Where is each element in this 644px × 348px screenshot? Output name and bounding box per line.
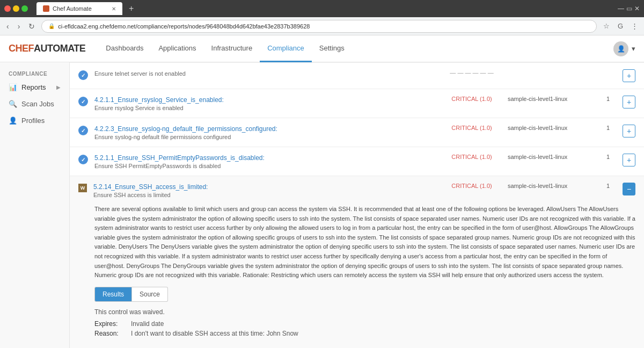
tab-bar-5214: Results Source: [94, 287, 635, 302]
address-bar-row: ‹ › ↻ 🔒 ci-efldcaa2.eng.chefdemo.net/com…: [0, 17, 644, 35]
window-minimize-icon[interactable]: —: [618, 5, 624, 12]
user-menu[interactable]: 👤 ▾: [613, 41, 635, 56]
sidebar-section-label: COMPLIANCE: [0, 67, 69, 79]
browser-chrome: Chef Automate ✕ + — ▭ ✕: [0, 0, 644, 17]
control-profile-4211: sample-cis-level1-linux: [508, 96, 594, 102]
tab-close-icon[interactable]: ✕: [112, 6, 116, 12]
control-toggle-4211[interactable]: +: [623, 96, 635, 108]
refresh-btn[interactable]: ↻: [26, 21, 37, 32]
window-close-icon[interactable]: ✕: [634, 5, 640, 12]
reason-row: Reason: I don't want to disable SSH acce…: [94, 330, 635, 337]
control-title-4223[interactable]: 4.2.2.3_Ensure_syslog-ng_default_file_pe…: [94, 125, 277, 133]
win-close-btn[interactable]: [4, 5, 11, 12]
expanded-details-5214: There are several options available to l…: [70, 205, 644, 348]
control-row-4211: ✓ 4.2.1.1_Ensure_rsyslog_Service_is_enab…: [70, 89, 644, 118]
tab-favicon: [43, 5, 49, 12]
window-restore-icon[interactable]: ▭: [626, 5, 632, 12]
nav-applications[interactable]: Applications: [151, 35, 203, 62]
control-title-5211[interactable]: 5.2.1.1_Ensure_SSH_PermitEmptyPasswords_…: [94, 154, 265, 162]
more-btn[interactable]: ⋮: [629, 21, 640, 32]
control-row-top: ✓ Ensure telnet server is not enabled — …: [70, 62, 644, 89]
control-profile-5211: sample-cis-level1-linux: [508, 154, 594, 160]
status-icon-top: ✓: [78, 70, 88, 80]
control-toggle-5211[interactable]: +: [623, 154, 635, 166]
sidebar-item-profiles-label: Profiles: [21, 117, 45, 125]
control-profile-4223: sample-cis-level1-linux: [508, 125, 594, 131]
address-bar[interactable]: 🔒 ci-efldcaa2.eng.chefdemo.net/complianc…: [41, 20, 597, 33]
control-count-4211: 1: [600, 96, 616, 102]
control-info-4223: 4.2.2.3_Ensure_syslog-ng_default_file_pe…: [94, 125, 436, 140]
profiles-icon: 👤: [9, 117, 17, 125]
description-text-5214: There are several options available to l…: [94, 205, 635, 280]
control-severity-5214: CRITICAL (1.0): [442, 183, 501, 189]
control-title-4211[interactable]: 4.2.1.1_Ensure_rsyslog_Service_is_enable…: [94, 96, 224, 104]
bookmark-btn[interactable]: ☆: [601, 21, 612, 32]
control-count-5214: 1: [600, 183, 616, 189]
user-menu-arrow: ▾: [632, 45, 635, 53]
sidebar-item-reports-label: Reports: [21, 83, 46, 91]
extensions-btn[interactable]: G: [615, 21, 626, 32]
control-info-5211: 5.2.1.1_Ensure_SSH_PermitEmptyPasswords_…: [94, 154, 436, 169]
reports-arrow-icon: ▶: [56, 84, 61, 90]
control-toggle-5214[interactable]: −: [623, 183, 635, 195]
control-severity-5211: CRITICAL (1.0): [442, 154, 501, 160]
sidebar: COMPLIANCE 📊 Reports ▶ 🔍 Scan Jobs 👤 Pro…: [0, 62, 70, 348]
control-info-5214: 5.2.14_Ensure_SSH_access_is_limited: Ens…: [93, 183, 436, 198]
url-text: ci-efldcaa2.eng.chefdemo.net/compliance/…: [58, 23, 310, 30]
tab-source-btn[interactable]: Source: [132, 287, 168, 302]
control-count-5211: 1: [600, 154, 616, 160]
logo-chef: CHEF: [9, 43, 34, 54]
control-row-5214: W 5.2.14_Ensure_SSH_access_is_limited: E…: [70, 176, 644, 205]
app-logo: CHEF AUTOMATE: [9, 43, 85, 54]
expires-label: Expires:: [94, 320, 127, 328]
control-info-top: Ensure telnet server is not enabled: [94, 69, 436, 77]
control-row-5211: ✓ 5.2.1.1_Ensure_SSH_PermitEmptyPassword…: [70, 147, 644, 176]
control-title-5214[interactable]: 5.2.14_Ensure_SSH_access_is_limited:: [93, 183, 208, 191]
control-toggle-top[interactable]: +: [623, 69, 635, 82]
browser-tab[interactable]: Chef Automate ✕: [36, 2, 122, 15]
scan-jobs-icon: 🔍: [9, 100, 17, 108]
control-toggle-4223[interactable]: +: [623, 125, 635, 137]
content-area: ✓ Ensure telnet server is not enabled — …: [70, 62, 644, 348]
reason-label: Reason:: [94, 330, 127, 337]
control-row-4223: ✓ 4.2.2.3_Ensure_syslog-ng_default_file_…: [70, 118, 644, 147]
control-severity-top: — — — — — —: [442, 69, 501, 76]
control-severity-4223: CRITICAL (1.0): [442, 125, 501, 131]
control-profile-5214: sample-cis-level1-linux: [508, 183, 594, 189]
new-tab-btn[interactable]: +: [129, 4, 134, 13]
status-icon-4211: ✓: [78, 97, 88, 106]
control-subtitle-top: Ensure telnet server is not enabled: [94, 70, 186, 77]
waive-message: This control was waived.: [94, 308, 635, 316]
ssl-lock-icon: 🔒: [48, 23, 55, 29]
tab-results-btn[interactable]: Results: [94, 287, 132, 302]
main-layout: COMPLIANCE 📊 Reports ▶ 🔍 Scan Jobs 👤 Pro…: [0, 62, 644, 348]
logo-automate: AUTOMATE: [34, 43, 85, 54]
sidebar-item-scan-jobs-label: Scan Jobs: [21, 100, 54, 108]
forward-btn[interactable]: ›: [16, 21, 23, 32]
user-avatar: 👤: [613, 41, 628, 56]
win-min-btn[interactable]: [13, 5, 19, 12]
control-subtitle-5211: Ensure SSH PermitEmptyPasswords is disab…: [94, 163, 436, 169]
win-max-btn[interactable]: [21, 5, 28, 12]
control-severity-4211: CRITICAL (1.0): [442, 96, 501, 102]
control-count-4223: 1: [600, 125, 616, 131]
nav-infrastructure[interactable]: Infrastructure: [204, 35, 260, 62]
status-icon-5214: W: [78, 184, 87, 192]
sidebar-item-profiles[interactable]: 👤 Profiles: [0, 112, 69, 129]
sidebar-item-reports[interactable]: 📊 Reports ▶: [0, 79, 69, 96]
nav-settings[interactable]: Settings: [312, 35, 352, 62]
status-icon-4223: ✓: [78, 126, 88, 135]
expires-row: Expires: Invalid date: [94, 320, 635, 328]
nav-dashboards[interactable]: Dashboards: [98, 35, 151, 62]
expires-value: Invalid date: [131, 320, 164, 328]
back-btn[interactable]: ‹: [4, 21, 11, 32]
control-subtitle-5214: Ensure SSH access is limited: [93, 192, 436, 198]
status-icon-5211: ✓: [78, 155, 88, 164]
browser-actions: ☆ G ⋮: [601, 21, 640, 32]
nav-compliance[interactable]: Compliance: [260, 35, 312, 62]
sidebar-item-scan-jobs[interactable]: 🔍 Scan Jobs: [0, 96, 69, 112]
control-info-4211: 4.2.1.1_Ensure_rsyslog_Service_is_enable…: [94, 96, 436, 111]
app-header: CHEF AUTOMATE Dashboards Applications In…: [0, 35, 644, 62]
control-subtitle-4211: Ensure rsyslog Service is enabled: [94, 105, 436, 111]
reason-value: I don't want to disable SSH access at th…: [131, 330, 298, 337]
